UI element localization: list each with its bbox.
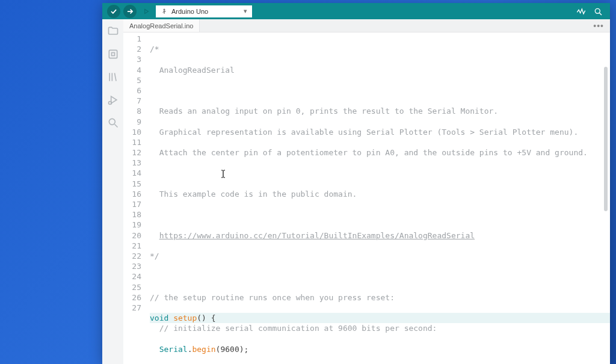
top-toolbar: Arduino Uno ▾ bbox=[102, 3, 610, 19]
svg-line-15 bbox=[114, 125, 117, 128]
line-number: 5 bbox=[123, 75, 141, 85]
svg-rect-8 bbox=[111, 53, 114, 56]
debug-button[interactable] bbox=[140, 5, 153, 18]
code-content[interactable]: /* AnalogReadSerial Reads an analog inpu… bbox=[150, 34, 610, 364]
file-tab[interactable]: AnalogReadSerial.ino bbox=[123, 19, 200, 32]
line-number: 12 bbox=[123, 147, 141, 158]
line-number: 9 bbox=[123, 117, 141, 127]
line-number: 21 bbox=[123, 241, 141, 251]
line-number: 20 bbox=[123, 230, 141, 241]
line-number: 22 bbox=[123, 251, 141, 261]
line-number: 24 bbox=[123, 271, 141, 282]
app-body: AnalogReadSerial.ino ••• 123456789101112… bbox=[102, 19, 610, 364]
line-number: 15 bbox=[123, 179, 141, 189]
folder-icon[interactable] bbox=[107, 25, 119, 37]
svg-point-1 bbox=[164, 9, 165, 10]
boards-manager-icon[interactable] bbox=[107, 48, 119, 60]
svg-point-13 bbox=[108, 102, 111, 105]
tab-overflow-button[interactable]: ••• bbox=[587, 21, 610, 31]
arduino-ide-window: Arduino Uno ▾ AnalogReadSerial.ino ••• 1… bbox=[102, 3, 610, 364]
line-number: 4 bbox=[123, 65, 141, 75]
line-number: 7 bbox=[123, 96, 141, 106]
line-number: 11 bbox=[123, 137, 141, 147]
line-number: 13 bbox=[123, 158, 141, 168]
line-number: 19 bbox=[123, 220, 141, 230]
tab-bar: AnalogReadSerial.ino ••• bbox=[123, 19, 610, 32]
svg-line-11 bbox=[114, 73, 116, 81]
line-number: 27 bbox=[123, 303, 141, 313]
upload-button[interactable] bbox=[123, 5, 137, 18]
line-number: 17 bbox=[123, 199, 141, 209]
chevron-down-icon: ▾ bbox=[244, 7, 247, 15]
line-number: 2 bbox=[123, 44, 141, 54]
toolbar-right bbox=[576, 7, 605, 16]
usb-icon bbox=[161, 8, 168, 15]
line-number: 16 bbox=[123, 189, 141, 199]
svg-marker-0 bbox=[145, 9, 149, 13]
line-number: 10 bbox=[123, 127, 141, 137]
line-number: 8 bbox=[123, 106, 141, 116]
line-number: 14 bbox=[123, 168, 141, 178]
serial-monitor-icon[interactable] bbox=[593, 7, 603, 16]
svg-point-14 bbox=[109, 119, 115, 125]
line-number: 6 bbox=[123, 85, 141, 96]
line-number-gutter: 1234567891011121314151617181920212223242… bbox=[123, 34, 150, 364]
tab-filename: AnalogReadSerial.ino bbox=[129, 22, 193, 29]
search-icon[interactable] bbox=[107, 117, 119, 129]
board-name-label: Arduino Uno bbox=[171, 8, 208, 15]
svg-line-6 bbox=[599, 13, 602, 15]
code-editor[interactable]: 1234567891011121314151617181920212223242… bbox=[123, 32, 610, 364]
line-number: 3 bbox=[123, 54, 141, 64]
scrollbar-track[interactable] bbox=[603, 34, 608, 364]
line-number: 23 bbox=[123, 261, 141, 271]
scrollbar-thumb[interactable] bbox=[604, 67, 608, 211]
verify-button[interactable] bbox=[107, 5, 120, 18]
library-manager-icon[interactable] bbox=[107, 71, 119, 83]
board-selector[interactable]: Arduino Uno ▾ bbox=[156, 5, 252, 17]
serial-plotter-icon[interactable] bbox=[576, 7, 586, 16]
line-number: 26 bbox=[123, 292, 141, 303]
line-number: 1 bbox=[123, 34, 141, 44]
line-number: 25 bbox=[123, 282, 141, 292]
svg-rect-7 bbox=[109, 50, 117, 58]
editor-area: AnalogReadSerial.ino ••• 123456789101112… bbox=[123, 19, 610, 364]
left-sidebar bbox=[102, 19, 123, 364]
line-number: 18 bbox=[123, 209, 141, 220]
debug-sidebar-icon[interactable] bbox=[107, 94, 119, 106]
